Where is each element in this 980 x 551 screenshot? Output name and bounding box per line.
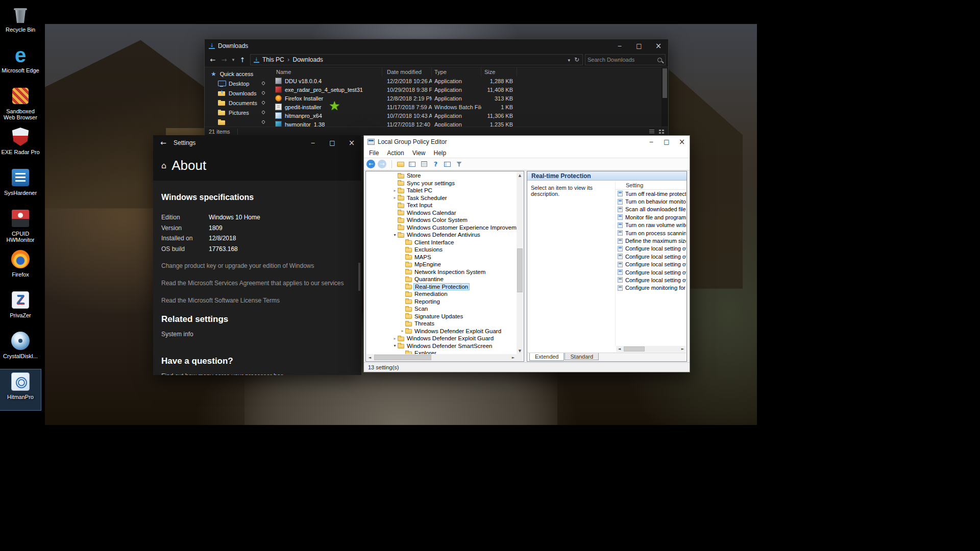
expander-icon[interactable] — [392, 195, 398, 200]
policy-setting-row[interactable]: Configure local setting overrid — [616, 261, 686, 268]
scroll-left-arrow-icon[interactable] — [616, 346, 623, 353]
expander-icon[interactable] — [392, 336, 398, 341]
setting-column-header[interactable]: Setting — [616, 181, 686, 190]
settings-close-button[interactable] — [342, 135, 361, 151]
desktop-icon-privazer[interactable]: PrivaZer — [0, 288, 41, 329]
settings-titlebar[interactable]: Settings — [153, 135, 361, 151]
tree-item[interactable]: Remediation — [366, 290, 517, 298]
gpedit-titlebar[interactable]: Local Group Policy Editor — [364, 136, 690, 148]
gpedit-maximize-button[interactable] — [659, 136, 674, 148]
sidebar-item[interactable]: Desktop — [205, 79, 271, 88]
export-list-icon[interactable] — [419, 159, 429, 169]
search-input[interactable] — [587, 57, 657, 63]
tree-item[interactable]: Windows Defender Exploit Guard — [366, 335, 517, 342]
show-window-panes-icon[interactable] — [442, 159, 453, 169]
tree-item[interactable]: Tablet PC — [366, 187, 517, 194]
settings-maximize-button[interactable] — [323, 135, 342, 151]
tree-item[interactable]: Sync your settings — [366, 180, 517, 187]
desktop-icon-recycle-bin[interactable]: Recycle Bin — [0, 2, 41, 43]
settings-back-button[interactable] — [153, 135, 174, 151]
address-box[interactable]: This PC Downloads — [250, 54, 583, 65]
policy-setting-row[interactable]: Scan all downloaded files and — [616, 206, 686, 213]
tree-item[interactable]: Network Inspection System — [366, 268, 517, 276]
policy-setting-row[interactable]: Turn off real-time protection — [616, 190, 686, 197]
policy-setting-row[interactable]: Turn on process scanning whe — [616, 229, 686, 237]
scroll-left-arrow-icon[interactable] — [366, 354, 373, 361]
policy-setting-row[interactable]: Configure monitoring for inco — [616, 284, 686, 292]
tree-item[interactable]: Exclusions — [366, 246, 517, 254]
scrollbar-thumb[interactable] — [517, 248, 523, 292]
breadcrumb-this-pc[interactable]: This PC — [262, 56, 284, 63]
settings-horizontal-scrollbar[interactable] — [616, 346, 686, 352]
file-row[interactable]: hwmonitor_1.38 11/27/2018 12:40 ... Appl… — [271, 120, 668, 127]
column-header[interactable]: Type — [432, 67, 481, 77]
tree-item[interactable]: Reporting — [366, 298, 517, 306]
refresh-icon[interactable] — [574, 56, 579, 63]
policy-setting-row[interactable]: Configure local setting overrid — [616, 276, 686, 284]
tree-item[interactable]: Windows Defender SmartScreen — [366, 342, 517, 350]
forward-icon[interactable] — [378, 160, 386, 168]
tree-item[interactable]: MpEngine — [366, 261, 517, 268]
desktop-icon-crystaldiskinfo[interactable]: CrystalDiskI... — [0, 329, 41, 369]
desktop-icon-exe-radar-pro[interactable]: EXE Radar Pro — [0, 124, 41, 165]
desktop-icon-microsoft-edge[interactable]: Microsoft Edge — [0, 43, 41, 84]
up-one-level-icon[interactable] — [395, 159, 406, 169]
policy-setting-row[interactable]: Configure local setting overrid — [616, 245, 686, 253]
tree-item[interactable]: Threats — [366, 320, 517, 328]
settings-link[interactable]: Read the Microsoft Software License Term… — [161, 297, 353, 304]
tree-item[interactable]: Real-time Protection — [366, 283, 517, 291]
back-button[interactable]: ← — [207, 54, 218, 65]
explorer-vertical-scrollbar[interactable] — [662, 67, 668, 127]
desktop-icon-sandboxed-web-browser[interactable]: Sandboxed Web Browser — [0, 84, 41, 124]
tree-item[interactable]: Windows Customer Experience Improvement … — [366, 224, 517, 232]
explorer-close-button[interactable] — [649, 39, 668, 53]
search-icon[interactable] — [657, 58, 662, 62]
desktop-icon-hitmanpro[interactable]: HitmanPro — [0, 369, 41, 410]
sidebar-item[interactable] — [205, 117, 271, 127]
desktop-icon-cpuid-hwmonitor[interactable]: CPUID HWMonitor — [0, 206, 41, 247]
settings-minimize-button[interactable] — [303, 135, 323, 151]
explorer-minimize-button[interactable] — [610, 39, 629, 53]
column-header[interactable]: Date modified — [382, 67, 432, 77]
settings-link[interactable]: Change product key or upgrade your editi… — [161, 262, 353, 269]
sidebar-quick-access[interactable]: Quick access — [205, 69, 271, 79]
gpedit-minimize-button[interactable] — [644, 136, 659, 148]
sidebar-item[interactable]: Pictures — [205, 108, 271, 117]
scrollbar-thumb[interactable] — [663, 68, 667, 98]
forward-button[interactable]: → — [218, 54, 230, 65]
tree-item[interactable]: Windows Defender Antivirus — [366, 231, 517, 239]
tree-item[interactable]: Text Input — [366, 202, 517, 209]
policy-setting-row[interactable]: Define the maximum size of d — [616, 237, 686, 244]
up-button[interactable]: ↑ — [237, 54, 248, 65]
column-header[interactable]: Size — [481, 67, 517, 77]
tree-item[interactable]: Store — [366, 172, 517, 180]
menu-item[interactable]: Action — [383, 149, 408, 157]
address-dropdown-icon[interactable] — [568, 56, 570, 63]
policy-setting-row[interactable]: Configure local setting overrid — [616, 253, 686, 260]
home-icon[interactable] — [161, 161, 166, 170]
policy-setting-row[interactable]: Turn on raw volume write noti — [616, 221, 686, 229]
scroll-down-arrow-icon[interactable] — [517, 347, 523, 354]
scroll-right-arrow-icon[interactable] — [510, 354, 517, 361]
menu-item[interactable]: File — [365, 149, 383, 157]
tree-vertical-scrollbar[interactable] — [517, 172, 523, 354]
tree-horizontal-scrollbar[interactable] — [366, 354, 517, 361]
scroll-right-arrow-icon[interactable] — [679, 346, 686, 353]
expander-icon[interactable] — [392, 233, 398, 237]
view-tab[interactable]: Standard — [565, 353, 599, 360]
settings-scrollbar-thumb[interactable] — [358, 263, 360, 291]
sidebar-item[interactable]: Documents — [205, 98, 271, 108]
show-hide-console-tree-icon[interactable] — [407, 159, 418, 169]
tree-item[interactable]: Quarantine — [366, 276, 517, 283]
menu-item[interactable]: Help — [430, 149, 451, 157]
large-icons-view-button[interactable] — [656, 128, 666, 136]
tree-item[interactable]: Scan — [366, 305, 517, 313]
settings-link[interactable]: Read the Microsoft Services Agreement th… — [161, 280, 353, 287]
scroll-up-arrow-icon[interactable] — [517, 172, 523, 179]
tree-item[interactable]: Explorer — [366, 349, 517, 354]
policy-setting-row[interactable]: Configure local setting overrid — [616, 268, 686, 276]
breadcrumb-downloads[interactable]: Downloads — [293, 56, 323, 63]
sidebar-item[interactable]: Downloads — [205, 88, 271, 98]
recent-locations-chevron-icon[interactable]: ▾ — [230, 54, 237, 65]
details-view-button[interactable] — [647, 128, 656, 136]
